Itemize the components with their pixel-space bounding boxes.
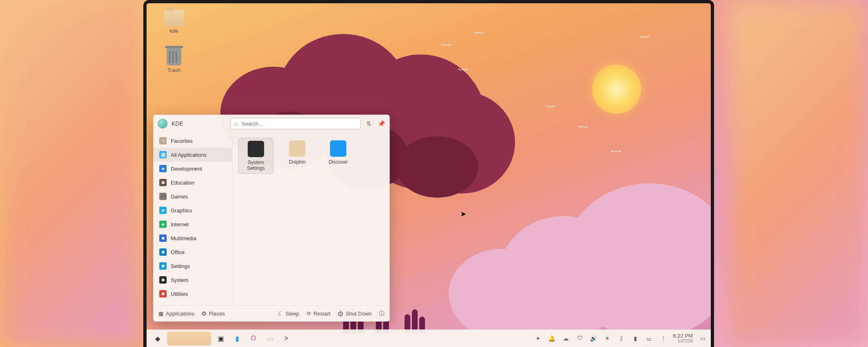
- bird-icon: 〰: [640, 32, 649, 43]
- category-label: Graphics: [171, 207, 192, 214]
- category-label: Favorites: [171, 138, 192, 144]
- battery-icon[interactable]: ▮: [631, 334, 640, 342]
- bezel-blur-right: [729, 0, 868, 347]
- show-desktop-icon[interactable]: ▭: [698, 334, 707, 342]
- star-icon[interactable]: ✦: [534, 334, 542, 342]
- office-icon: ■: [159, 248, 167, 256]
- restart-icon: ⟳: [307, 311, 311, 317]
- category-list[interactable]: ☆Favorites▦All Applications●Development■…: [154, 132, 233, 305]
- app-dolphin[interactable]: Dolphin: [280, 138, 314, 174]
- user-avatar[interactable]: [158, 119, 167, 128]
- desktop-icon-label: kde: [160, 28, 188, 34]
- graphics-icon: ●: [159, 207, 167, 214]
- launcher-header: KDE ⌕ ⇅ 📌: [154, 115, 389, 132]
- category-games[interactable]: 🎮Games: [154, 189, 232, 203]
- restart-button[interactable]: ⟳Restart: [307, 311, 331, 317]
- category-internet[interactable]: ●Internet: [154, 217, 232, 231]
- network-icon[interactable]: ⋮: [659, 334, 667, 342]
- dolphin-icon: [289, 140, 305, 157]
- internet-icon: ●: [159, 221, 167, 228]
- category-favorites[interactable]: ☆Favorites: [154, 134, 232, 148]
- volume-icon[interactable]: 🔊: [590, 334, 598, 342]
- development-icon: ●: [159, 165, 167, 172]
- games-icon: 🎮: [159, 193, 167, 200]
- bird-icon: 〰: [458, 65, 468, 76]
- category-education[interactable]: ■Education: [154, 176, 232, 189]
- category-development[interactable]: ●Development: [154, 162, 232, 176]
- taskbar-dolphin[interactable]: ▮: [230, 331, 244, 345]
- taskbar: ◆▣▮O▭> ✦ 🔔 ☁ ⛉ 🔊 ☀ ᛒ ▮ ⚍ ⋮ 6:22 PM 1/27/…: [147, 329, 711, 347]
- multimedia-icon: ■: [159, 234, 167, 242]
- category-label: System: [171, 277, 188, 283]
- folder-icon: [164, 10, 184, 26]
- category-label: Settings: [171, 263, 190, 269]
- education-icon: ■: [159, 179, 167, 186]
- search-icon: ⌕: [234, 120, 238, 127]
- search-field[interactable]: ⌕: [231, 118, 361, 129]
- taskbar-launcher[interactable]: ◆: [151, 331, 165, 345]
- category-label: Multimedia: [171, 235, 197, 241]
- system-tray: ✦ 🔔 ☁ ⛉ 🔊 ☀ ᛒ ▮ ⚍ ⋮ 6:22 PM 1/27/24 ▭: [534, 333, 707, 343]
- launcher-footer: ▦Applications ✪Places ☾Sleep ⟳Restart ⏻S…: [154, 305, 389, 321]
- shield-icon[interactable]: ⛉: [576, 334, 584, 342]
- info-icon: ⓘ: [379, 310, 384, 317]
- more-button[interactable]: ⓘ: [379, 310, 384, 317]
- shutdown-button[interactable]: ⏻Shut Down: [338, 311, 372, 317]
- category-system[interactable]: ■System: [154, 273, 232, 287]
- places-tab[interactable]: ✪Places: [202, 311, 225, 317]
- system-icon: ■: [159, 276, 167, 284]
- taskbar-monitor[interactable]: ▣: [214, 331, 228, 345]
- all-icon: ▦: [159, 151, 167, 158]
- category-office[interactable]: ■Office: [154, 245, 232, 259]
- category-label: Games: [171, 194, 188, 200]
- clock-time: 6:22 PM: [673, 333, 693, 339]
- bird-icon: 〰: [474, 28, 484, 39]
- wallpaper-sun: [592, 65, 641, 114]
- search-input[interactable]: [241, 120, 357, 127]
- taskbar-files[interactable]: ▭: [263, 331, 277, 345]
- monitor-screen: 〰 〰 〰 〰 〰 〰 〰 kde Trash KDE ⌕ ⇅ 📌: [143, 0, 714, 347]
- taskbar-active-win[interactable]: [167, 331, 211, 345]
- moon-icon: ☾: [278, 311, 283, 317]
- compass-icon: ✪: [202, 311, 206, 317]
- bell-icon[interactable]: 🔔: [548, 334, 556, 342]
- applications-tab[interactable]: ▦Applications: [158, 311, 194, 317]
- clock[interactable]: 6:22 PM 1/27/24: [673, 333, 693, 343]
- category-label: Internet: [171, 221, 189, 228]
- user-name: KDE: [172, 120, 183, 127]
- category-label: Utilities: [171, 291, 188, 297]
- category-graphics[interactable]: ●Graphics: [154, 203, 232, 217]
- desktop-icon-trash[interactable]: Trash: [160, 48, 188, 73]
- favorites-icon: ☆: [159, 137, 167, 144]
- bezel-blur-left: [0, 0, 139, 347]
- sleep-button[interactable]: ☾Sleep: [278, 311, 299, 317]
- trash-icon: [167, 48, 181, 65]
- bird-icon: 〰: [441, 40, 451, 52]
- cloud-icon[interactable]: ☁: [562, 334, 570, 342]
- wallpaper-cloud-pink: [449, 167, 714, 339]
- app-grid: SystemSettingsDolphinDiscover: [233, 132, 389, 305]
- category-settings[interactable]: ■Settings: [154, 259, 232, 273]
- category-multimedia[interactable]: ■Multimedia: [154, 231, 232, 245]
- app-system-settings[interactable]: SystemSettings: [238, 138, 274, 174]
- category-all[interactable]: ▦All Applications: [154, 148, 232, 162]
- power-icon: ⏻: [338, 311, 343, 317]
- pin-icon[interactable]: 📌: [377, 119, 385, 128]
- bird-icon: 〰: [578, 122, 588, 133]
- sort-icon[interactable]: ⇅: [365, 119, 373, 128]
- taskbar-konsole[interactable]: >: [279, 331, 293, 345]
- bird-icon: 〰: [545, 101, 555, 113]
- brightness-icon[interactable]: ☀: [604, 334, 612, 342]
- grid-icon: ▦: [158, 311, 163, 317]
- taskbar-opera[interactable]: O: [246, 331, 260, 345]
- app-label: Dolphin: [281, 159, 314, 165]
- category-label: Education: [171, 180, 194, 186]
- category-label: All Applications: [171, 152, 206, 158]
- category-utilities[interactable]: ■Utilities: [154, 287, 232, 301]
- desktop-icon-kde[interactable]: kde: [160, 10, 188, 34]
- bluetooth-icon[interactable]: ᛒ: [617, 334, 626, 342]
- app-discover[interactable]: Discover: [321, 138, 355, 174]
- wifi-icon[interactable]: ⚍: [645, 334, 653, 342]
- app-label: Discover: [322, 159, 355, 165]
- desktop-icon-label: Trash: [160, 67, 188, 73]
